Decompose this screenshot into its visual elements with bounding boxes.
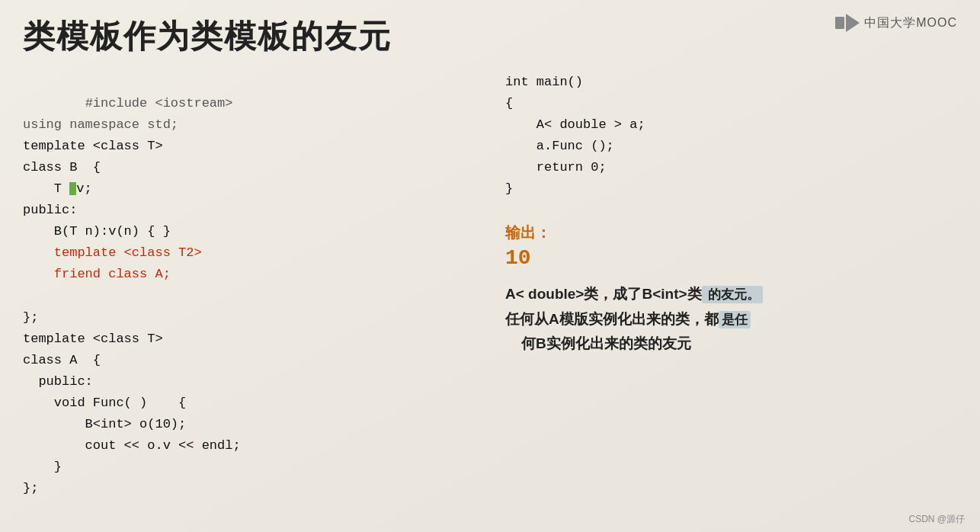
left-code-block: #include <iostream> using namespace std;… [23,72,475,521]
description-area: A< double>类，成了B<int>类 的友元。 任何从A模版实例化出来的类… [505,282,957,356]
right-content-panel: int main() { A< double > a; a.Func (); r… [505,72,957,521]
desc-line2: 任何从A模版实例化出来的类，都是任 [505,311,751,327]
logo-text: 中国大学MOOC [864,15,957,31]
desc-line1: A< double>类，成了B<int>类 的友元。 [505,286,763,302]
code-line-end-b: }; template <class T> class A { public: … [23,310,241,495]
right-code-text: int main() { A< double > a; a.Func (); r… [505,75,645,196]
code-line-template1: template <class T> class B { T [23,139,163,196]
desc-overlay-2: 是任 [719,311,751,328]
mooc-logo-icon [835,14,860,32]
page-title: 类模板作为类模板的友元 [23,15,957,58]
svg-rect-0 [835,17,844,29]
logo-area: 中国大学MOOC [835,14,957,32]
left-code-panel: #include <iostream> using namespace std;… [23,72,475,521]
svg-marker-1 [846,14,860,32]
code-line-template-red: template <class T2> friend class A; [23,245,202,281]
footer-text: CSDN @源仔 [908,513,965,526]
output-value: 10 [505,246,957,270]
code-line-include: #include <iostream> using namespace std; [23,96,232,132]
desc-overlay-1: 的友元。 [702,286,764,303]
description-text: A< double>类，成了B<int>类 的友元。 任何从A模版实例化出来的类… [505,282,957,356]
output-section: 输出： 10 [505,223,957,270]
right-code-block: int main() { A< double > a; a.Func (); r… [505,72,957,200]
output-label: 输出： [505,223,957,243]
code-cursor [69,182,76,195]
content-area: #include <iostream> using namespace std;… [23,72,957,521]
desc-line3: 何B实例化出来的类的友元 [505,335,691,351]
slide-container: 中国大学MOOC 类模板作为类模板的友元 #include <iostream>… [0,0,980,532]
